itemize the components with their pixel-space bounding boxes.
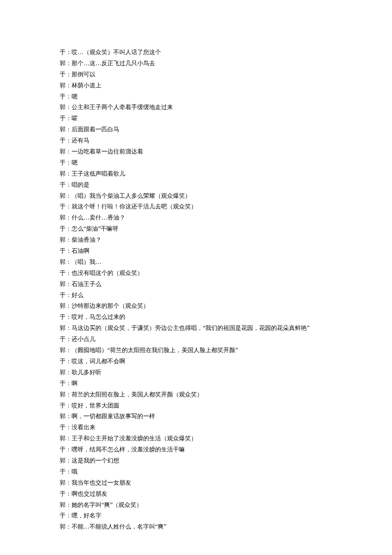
speaker-label: 于 xyxy=(60,402,66,409)
dialogue-line: 于：嗯 xyxy=(60,91,332,102)
dialogue-text: 这是我的一个幻想 xyxy=(72,457,119,464)
speaker-label: 于 xyxy=(60,512,66,519)
dialogue-line: 于：哎…（观众笑）不叫人话了您这个 xyxy=(60,47,332,58)
dialogue-text: 好么 xyxy=(72,292,84,298)
dialogue-line: 于：嘿，好名字 xyxy=(60,510,332,521)
dialogue-text: 嗯 xyxy=(72,159,78,166)
dialogue-line: 郭：（囫囵地唱）“荷兰的太阳照在我们脸上，美国人脸上都笑开颜” xyxy=(60,345,332,356)
dialogue-line: 郭：沙特那边来的那个（观众笑） xyxy=(60,301,332,312)
dialogue-line: 于：嘿呀，结局不怎么样，没羞没臊的生活干嘛 xyxy=(60,444,332,455)
speaker-label: 郭 xyxy=(60,347,66,353)
dialogue-line: 于：怎么“柴油”干嘛呀 xyxy=(60,223,332,234)
dialogue-line: 郭：公主和王子两个人牵着手缓缓地走过来 xyxy=(60,102,332,113)
dialogue-line: 于：也没有唱这个的（观众笑） xyxy=(60,268,332,279)
speaker-label: 郭 xyxy=(60,281,66,287)
dialogue-text: 那倒可以 xyxy=(72,71,95,78)
dialogue-text: 也没有唱这个的（观众笑） xyxy=(72,270,143,276)
dialogue-text: 石油啊 xyxy=(72,248,89,254)
dialogue-line: 于：唱的是 xyxy=(60,179,332,191)
speaker-label: 于 xyxy=(60,446,66,453)
dialogue-text: 后面跟着一匹白马 xyxy=(72,126,119,133)
dialogue-line: 于：哎这，词儿都不会啊 xyxy=(60,356,332,367)
dialogue-text: 哎好，世界大团圆 xyxy=(72,402,119,409)
dialogue-line: 郭：石油王子么 xyxy=(60,279,332,290)
speaker-label: 于 xyxy=(60,93,66,100)
transcript-body: 于：哎…（观众笑）不叫人话了您这个郭：那个…这…反正飞过几只小鸟去于：那倒可以郭… xyxy=(60,47,332,532)
dialogue-line: 于：石油啊 xyxy=(60,246,332,257)
dialogue-line: 郭：（唱）我… xyxy=(60,257,332,268)
speaker-label: 于 xyxy=(60,468,66,475)
speaker-label: 于 xyxy=(60,380,66,387)
speaker-label: 郭 xyxy=(60,457,66,464)
dialogue-line: 郭：马这边买的（观众笑，于谦笑）旁边公主也得唱，“我们的祖国是花园，花园的花朵真… xyxy=(60,323,332,334)
speaker-label: 于 xyxy=(60,159,66,166)
speaker-label: 郭 xyxy=(60,391,66,398)
dialogue-text: 就这个呀！行啦！你这还干活儿去吧（观众笑） xyxy=(72,203,197,210)
dialogue-text: 那个…这…反正飞过几只小鸟去 xyxy=(72,60,155,66)
document-page: 于：哎…（观众笑）不叫人话了您这个郭：那个…这…反正飞过几只小鸟去于：那倒可以郭… xyxy=(0,0,392,555)
dialogue-text: 唱的是 xyxy=(72,182,89,188)
speaker-label: 郭 xyxy=(60,214,66,221)
speaker-label: 于 xyxy=(60,336,66,342)
dialogue-line: 郭：王子和公主开始了没羞没臊的生活（观众爆笑） xyxy=(60,433,332,444)
dialogue-line: 于：啊也交过朋友 xyxy=(60,489,332,500)
dialogue-text: 嘿呀，结局不怎么样，没羞没臊的生活干嘛 xyxy=(72,446,185,453)
speaker-label: 郭 xyxy=(60,104,66,110)
speaker-label: 于 xyxy=(60,182,66,188)
speaker-label: 郭 xyxy=(60,259,66,265)
dialogue-line: 郭：我当年也交过一女朋友 xyxy=(60,477,332,489)
speaker-label: 郭 xyxy=(60,237,66,243)
dialogue-text: 石油王子么 xyxy=(72,281,101,287)
speaker-label: 郭 xyxy=(60,193,66,199)
dialogue-text: 啊 xyxy=(72,380,78,387)
dialogue-text: （囫囵地唱）“荷兰的太阳照在我们脸上，美国人脸上都笑开颜” xyxy=(72,347,238,353)
speaker-label: 于 xyxy=(60,71,66,78)
dialogue-line: 郭：林荫小道上 xyxy=(60,80,332,91)
dialogue-text: 嗯 xyxy=(72,93,78,100)
speaker-label: 郭 xyxy=(60,171,66,177)
dialogue-text: （唱）我… xyxy=(72,259,101,265)
speaker-label: 郭 xyxy=(60,82,66,89)
dialogue-line: 郭：后面跟着一匹白马 xyxy=(60,124,332,135)
speaker-label: 郭 xyxy=(60,303,66,309)
dialogue-text: 怎么“柴油”干嘛呀 xyxy=(72,225,118,232)
speaker-label: 郭 xyxy=(60,148,66,155)
dialogue-text: 哎对，马怎么过来的 xyxy=(72,314,125,320)
dialogue-text: 嚯 xyxy=(72,115,78,121)
dialogue-line: 于：嚯 xyxy=(60,113,332,124)
speaker-label: 郭 xyxy=(60,502,66,508)
speaker-label: 于 xyxy=(60,314,66,320)
dialogue-line: 郭：王子这低声唱着歌儿 xyxy=(60,168,332,179)
dialogue-text: 公主和王子两个人牵着手缓缓地走过来 xyxy=(72,104,173,110)
speaker-label: 郭 xyxy=(60,523,66,530)
dialogue-text: 什么…卖什…香油？ xyxy=(72,214,125,221)
dialogue-text: 她的名字叫“爽”（观众笑） xyxy=(72,502,142,508)
speaker-label: 于 xyxy=(60,203,66,210)
speaker-label: 于 xyxy=(60,225,66,232)
dialogue-text: 哎…（观众笑）不叫人话了您这个 xyxy=(72,49,161,55)
dialogue-line: 于：没看出来 xyxy=(60,422,332,433)
dialogue-text: 沙特那边来的那个（观众笑） xyxy=(72,303,149,309)
dialogue-text: 歌儿多好听 xyxy=(72,369,101,376)
speaker-label: 郭 xyxy=(60,435,66,442)
speaker-label: 于 xyxy=(60,491,66,497)
speaker-label: 于 xyxy=(60,424,66,431)
speaker-label: 于 xyxy=(60,292,66,298)
dialogue-text: 嘿，好名字 xyxy=(72,512,101,519)
dialogue-text: 哎这，词儿都不会啊 xyxy=(72,358,125,364)
speaker-label: 郭 xyxy=(60,480,66,486)
dialogue-text: （唱）我当个柴油工人多么荣耀（观众爆笑） xyxy=(72,193,191,199)
dialogue-line: 郭：一边吃着草一边往前溜达着 xyxy=(60,146,332,157)
dialogue-text: 马这边买的（观众笑，于谦笑）旁边公主也得唱，“我们的祖国是花园，花园的花朵真鲜艳… xyxy=(72,325,309,331)
dialogue-line: 郭：荷兰的太阳照在脸上，美国人都笑开颜（观众笑） xyxy=(60,389,332,400)
dialogue-text: 荷兰的太阳照在脸上，美国人都笑开颜（观众笑） xyxy=(72,391,203,398)
dialogue-text: 不能…不能说人姓什么，名字叫“爽” xyxy=(72,523,166,530)
speaker-label: 郭 xyxy=(60,60,66,66)
dialogue-text: 王子这低声唱着歌儿 xyxy=(72,171,125,177)
dialogue-line: 于：好么 xyxy=(60,290,332,301)
dialogue-line: 于：还小点儿 xyxy=(60,334,332,345)
dialogue-line: 于：那倒可以 xyxy=(60,69,332,80)
dialogue-line: 于：啊 xyxy=(60,378,332,389)
dialogue-text: 一边吃着草一边往前溜达着 xyxy=(72,148,143,155)
dialogue-line: 于：还有马 xyxy=(60,135,332,146)
